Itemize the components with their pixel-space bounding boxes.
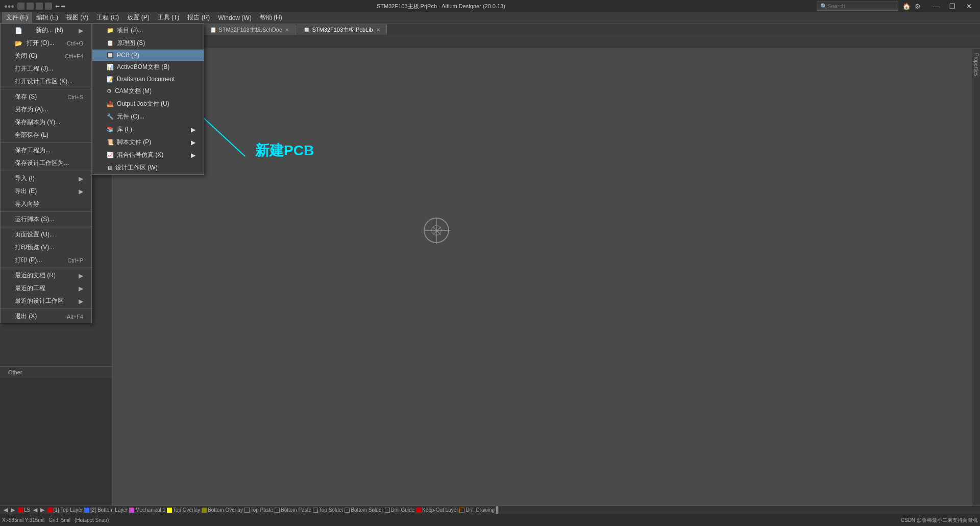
dd-exit[interactable]: 退出 (X)Alt+F4 bbox=[1, 310, 91, 323]
sub-new-lib[interactable]: 📚库 (L)▶ bbox=[92, 123, 204, 136]
svg-line-1 bbox=[433, 227, 441, 235]
dd-sep-1 bbox=[1, 89, 91, 89]
menu-project[interactable]: 工程 (C) bbox=[92, 12, 123, 23]
layer-mechanical[interactable]: Mechanical 1 bbox=[129, 507, 165, 513]
dd-sep-7 bbox=[1, 308, 91, 309]
sub-new-component[interactable]: 🔧元件 (C)... bbox=[92, 110, 204, 123]
layer-nav-next[interactable]: ▶ bbox=[9, 507, 16, 513]
titlebar-right-icons: 🏠⚙ bbox=[902, 3, 921, 10]
menu-edit[interactable]: 编辑 (E) bbox=[32, 12, 62, 23]
layer-nav-prev2[interactable]: ◀ bbox=[32, 507, 39, 513]
sidebar-other-section: Other bbox=[0, 366, 112, 378]
layer-bottom[interactable]: [2] Bottom Layer bbox=[84, 507, 128, 513]
menu-file[interactable]: 文件 (F) bbox=[2, 12, 32, 23]
dd-new[interactable]: 📄 新的... (N)▶ bbox=[1, 24, 91, 37]
menu-view[interactable]: 视图 (V) bbox=[62, 12, 92, 23]
dd-save-all[interactable]: 全部保存 (L) bbox=[1, 129, 91, 141]
window-controls[interactable]: — ❐ ✕ bbox=[929, 0, 976, 12]
layer-top-paste[interactable]: Top Paste bbox=[244, 507, 273, 513]
search-input[interactable] bbox=[827, 3, 878, 9]
search-box[interactable]: 🔍 bbox=[817, 2, 898, 11]
close-tab-pcblib[interactable]: ✕ bbox=[376, 27, 380, 33]
dd-recent-docs[interactable]: 最近的文档 (R)▶ bbox=[1, 269, 91, 282]
sub-new-schematic[interactable]: 📋原理图 (S) bbox=[92, 37, 204, 50]
dd-open-workspace[interactable]: 打开设计工作区 (K)... bbox=[1, 75, 91, 88]
layer-nav-prev[interactable]: ◀ bbox=[2, 507, 9, 513]
dd-save[interactable]: 保存 (S)Ctrl+S bbox=[1, 90, 91, 103]
minimize-button[interactable]: — bbox=[929, 0, 943, 12]
dd-sep-6 bbox=[1, 268, 91, 268]
dd-print-preview[interactable]: 打印预览 (V)... bbox=[1, 241, 91, 254]
dd-import[interactable]: 导入 (I)▶ bbox=[1, 172, 91, 185]
dd-save-copy[interactable]: 保存副本为 (Y)... bbox=[1, 116, 91, 129]
layer-ls[interactable]: LS bbox=[18, 507, 30, 513]
sub-new-script[interactable]: 📜脚本文件 (P)▶ bbox=[92, 136, 204, 149]
close-tab-schdoc[interactable]: ✕ bbox=[285, 27, 289, 33]
layer-nav-next2[interactable]: ▶ bbox=[39, 507, 46, 513]
dd-save-project[interactable]: 保存工程为... bbox=[1, 144, 91, 157]
sub-new-draftsman[interactable]: 📝Draftsman Document bbox=[92, 74, 204, 85]
new-pcb-annotation: 新建PCB bbox=[255, 141, 314, 160]
layer-more-icon[interactable]: ▌ bbox=[496, 506, 501, 514]
dd-recent-workspaces[interactable]: 最近的设计工作区▶ bbox=[1, 295, 91, 307]
dd-sep-2 bbox=[1, 142, 91, 143]
dd-recent-projects[interactable]: 最近的工程▶ bbox=[1, 282, 91, 295]
svg-line-0 bbox=[433, 227, 441, 235]
menu-help[interactable]: 帮助 (H) bbox=[256, 12, 286, 23]
layer-drill-guide[interactable]: Drill Guide bbox=[385, 507, 415, 513]
dd-run-script[interactable]: 运行脚本 (S)... bbox=[1, 213, 91, 226]
annotation-arrow bbox=[112, 49, 972, 506]
layer-top-overlay[interactable]: Top Overlay bbox=[167, 507, 200, 513]
dd-import-wizard[interactable]: 导入向导 bbox=[1, 198, 91, 210]
menubar: 文件 (F) 编辑 (E) 视图 (V) 工程 (C) 放置 (P) 工具 (T… bbox=[0, 12, 980, 23]
dd-sep-3 bbox=[1, 171, 91, 171]
tab-schdoc[interactable]: 📋 STM32F103主板.SchDoc ✕ bbox=[203, 25, 296, 35]
sidebar-other-content bbox=[0, 378, 112, 514]
layer-tabs-bar: ◀ ▶ LS ◀ ▶ [1] Top Layer [2] Bottom Laye… bbox=[0, 506, 980, 514]
dd-open-project[interactable]: 打开工程 (J)... bbox=[1, 62, 91, 75]
dd-sep-4 bbox=[1, 211, 91, 212]
dd-saveas[interactable]: 另存为 (A)... bbox=[1, 103, 91, 116]
layer-bottom-paste[interactable]: Bottom Paste bbox=[275, 507, 311, 513]
restore-button[interactable]: ❐ bbox=[945, 0, 960, 12]
statusbar-right: CSDN @鲁棒最小二乘支持向量机 bbox=[901, 517, 978, 524]
statusbar-left: X:-535mil Y:315mil Grid: 5mil (Hotspot S… bbox=[2, 517, 109, 523]
menu-tools[interactable]: 工具 (T) bbox=[154, 12, 184, 23]
sub-new-bom[interactable]: 📊ActiveBOM文档 (B) bbox=[92, 61, 204, 74]
menu-window[interactable]: Window (W) bbox=[214, 13, 255, 22]
dd-open[interactable]: 📂 打开 (O)...Ctrl+O bbox=[1, 37, 91, 50]
right-panel: Properties bbox=[972, 49, 980, 514]
layer-keepout[interactable]: Keep-Out Layer bbox=[416, 507, 458, 513]
layer-bottom-solder[interactable]: Bottom Solder bbox=[345, 507, 383, 513]
dd-save-workspace[interactable]: 保存设计工作区为... bbox=[1, 157, 91, 170]
layer-bottom-overlay[interactable]: Bottom Overlay bbox=[202, 507, 243, 513]
statusbar: X:-535mil Y:315mil Grid: 5mil (Hotspot S… bbox=[0, 514, 980, 526]
dd-page-setup[interactable]: 页面设置 (U)... bbox=[1, 228, 91, 241]
dd-export[interactable]: 导出 (E)▶ bbox=[1, 185, 91, 198]
app-title: STM32F103主板.PrjPcb - Altium Designer (20… bbox=[65, 3, 817, 10]
dd-print[interactable]: 打印 (P)...Ctrl+P bbox=[1, 254, 91, 267]
titlebar-icons bbox=[17, 3, 52, 10]
statusbar-grid: Grid: 5mil bbox=[48, 517, 70, 523]
sub-new-cam[interactable]: ⚙CAM文档 (M) bbox=[92, 85, 204, 98]
sub-new-output[interactable]: 📤Output Job文件 (U) bbox=[92, 98, 204, 110]
close-button[interactable]: ✕ bbox=[962, 0, 976, 12]
sub-new-project[interactable]: 📁项目 (J)... bbox=[92, 24, 204, 37]
dd-close[interactable]: 关闭 (C)Ctrl+F4 bbox=[1, 50, 91, 62]
statusbar-coords: X:-535mil Y:315mil bbox=[2, 517, 44, 523]
sub-new-workspace[interactable]: 🖥设计工作区 (W) bbox=[92, 161, 204, 174]
menu-reports[interactable]: 报告 (R) bbox=[183, 12, 214, 23]
titlebar: ●●● ⬅➡ STM32F103主板.PrjPcb - Altium Desig… bbox=[0, 0, 980, 12]
sidebar-other-label: Other bbox=[4, 367, 27, 377]
layer-top-solder[interactable]: Top Solder bbox=[313, 507, 344, 513]
right-panel-label: Properties bbox=[973, 53, 979, 77]
tab-pcblib[interactable]: 🔲 STM32F103主板.PcbLib ✕ bbox=[297, 25, 386, 35]
menu-place[interactable]: 放置 (P) bbox=[123, 12, 153, 23]
layer-drill-drawing[interactable]: Drill Drawing bbox=[459, 507, 495, 513]
crosshair-outer bbox=[424, 218, 449, 243]
sub-new-pcb[interactable]: 🔲PCB (P) bbox=[92, 50, 204, 61]
canvas-area[interactable]: 新建PCB bbox=[112, 49, 972, 506]
file-dropdown: 📄 新的... (N)▶ 📂 打开 (O)...Ctrl+O 关闭 (C)Ctr… bbox=[0, 23, 92, 323]
layer-top[interactable]: [1] Top Layer bbox=[47, 507, 83, 513]
sub-new-sim[interactable]: 📈混合信号仿真 (X)▶ bbox=[92, 149, 204, 161]
